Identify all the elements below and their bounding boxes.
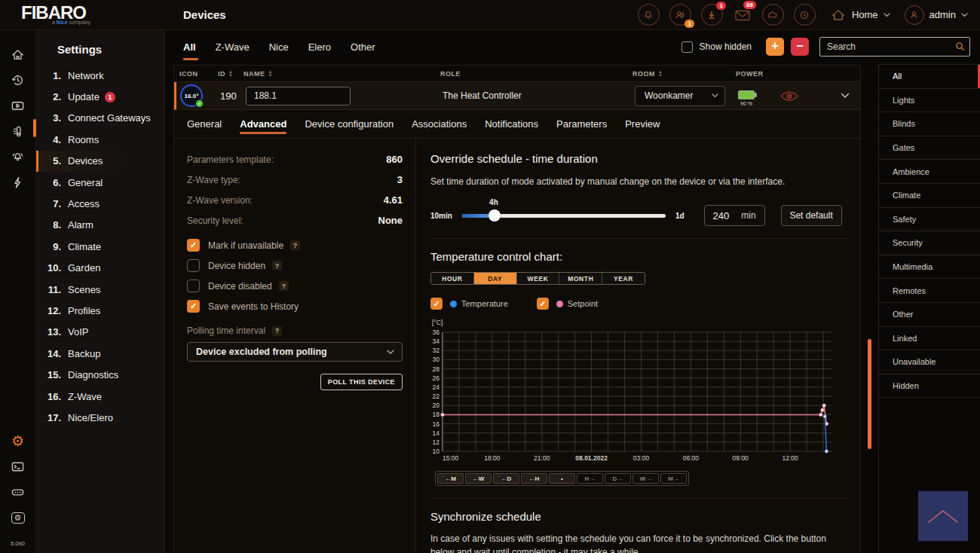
chart-nav-d[interactable]: D→ xyxy=(605,473,631,484)
chart-nav-h[interactable]: H→ xyxy=(577,473,603,484)
settings-item-diagnostics[interactable]: 15.Diagnostics xyxy=(36,364,164,385)
console-icon[interactable] xyxy=(11,459,26,474)
device-tab-parameters[interactable]: Parameters xyxy=(556,110,607,138)
device-tab-advanced[interactable]: Advanced xyxy=(240,110,286,138)
home-selector[interactable]: Home xyxy=(830,8,890,23)
chart-nav-m[interactable]: ←M xyxy=(437,473,464,484)
chart-nav-m[interactable]: M→ xyxy=(660,473,687,484)
user-menu[interactable]: admin xyxy=(905,5,968,25)
option-device-hidden[interactable]: Device hidden? xyxy=(187,259,403,272)
settings-item-connect-gateways[interactable]: 3.Connect Gateways xyxy=(36,108,164,129)
range-button-week[interactable]: WEEK xyxy=(516,273,559,284)
device-tab-general[interactable]: General xyxy=(187,110,222,138)
help-icon[interactable]: ? xyxy=(290,240,300,250)
category-multimedia[interactable]: Multimedia xyxy=(879,255,980,280)
messages-icon[interactable]: 88 xyxy=(733,4,752,26)
range-button-year[interactable]: YEAR xyxy=(602,273,645,284)
settings-item-z-wave[interactable]: 16.Z-Wave xyxy=(36,386,164,407)
eye-visibility-icon[interactable] xyxy=(780,90,798,102)
checkbox[interactable]: ✓ xyxy=(187,300,200,313)
network-icon[interactable] xyxy=(11,484,26,500)
legend-item-temperature[interactable]: ✓Temperature xyxy=(430,298,508,310)
checkbox[interactable] xyxy=(187,259,200,272)
checkbox[interactable]: ✓ xyxy=(537,298,549,310)
category-ambience[interactable]: Ambience xyxy=(879,160,980,184)
checkbox[interactable]: ✓ xyxy=(187,239,200,252)
filter-tab-other[interactable]: Other xyxy=(351,41,375,53)
help-icon[interactable]: ? xyxy=(272,261,282,270)
range-button-month[interactable]: MONTH xyxy=(559,273,602,284)
range-button-hour[interactable]: HOUR xyxy=(431,273,473,284)
settings-item-update[interactable]: 2.Update1 xyxy=(36,86,164,107)
device-row[interactable]: 16.0° ✓ 190 The Heat Controller Woonkame… xyxy=(174,82,860,110)
settings-item-alarm[interactable]: 8.Alarm xyxy=(36,215,164,236)
filter-tab-nice[interactable]: Nice xyxy=(269,41,289,53)
category-climate[interactable]: Climate xyxy=(879,184,980,208)
search-input[interactable] xyxy=(819,37,970,57)
settings-item-profiles[interactable]: 12.Profiles xyxy=(36,300,164,321)
users-icon[interactable]: 1 xyxy=(669,4,691,26)
settings-item-backup[interactable]: 14.Backup xyxy=(36,343,164,364)
filter-tab-all[interactable]: All xyxy=(183,41,196,53)
chart-nav-d[interactable]: ←D xyxy=(493,473,519,484)
settings-item-climate[interactable]: 9.Climate xyxy=(36,236,164,257)
filter-tab-z-wave[interactable]: Z-Wave xyxy=(216,41,250,53)
settings-item-rooms[interactable]: 4.Rooms xyxy=(36,129,164,150)
fibaro-logo[interactable]: FIBARO a Nice company xyxy=(0,5,165,25)
category-lights[interactable]: Lights xyxy=(879,89,980,113)
category-linked[interactable]: Linked xyxy=(879,327,980,351)
chart-nav-w[interactable]: W→ xyxy=(632,473,659,484)
polling-interval-select[interactable]: Device excluded from polling xyxy=(187,342,403,362)
device-tab-device-configuration[interactable]: Device configuration xyxy=(305,110,394,138)
category-security[interactable]: Security xyxy=(879,231,980,255)
scroll-to-top-button[interactable] xyxy=(918,491,968,541)
media-icon[interactable] xyxy=(11,98,26,113)
add-device-button[interactable]: + xyxy=(766,38,784,56)
checkbox[interactable]: ✓ xyxy=(430,298,443,310)
category-hidden[interactable]: Hidden xyxy=(879,374,980,399)
category-blinds[interactable]: Blinds xyxy=(879,112,980,136)
set-default-button[interactable]: Set default xyxy=(781,205,842,226)
energy-icon[interactable] xyxy=(11,175,26,190)
alarm-icon[interactable] xyxy=(11,149,26,164)
range-button-day[interactable]: DAY xyxy=(473,273,516,284)
column-header-room[interactable]: ROOM▲▼ xyxy=(632,70,736,78)
room-select[interactable]: Woonkamer xyxy=(635,86,725,106)
settings-item-general[interactable]: 6.General xyxy=(36,172,164,193)
settings-item-devices[interactable]: 5.Devices xyxy=(36,151,164,172)
option-save-events-to-history[interactable]: ✓Save events to History xyxy=(187,300,403,313)
remove-device-button[interactable]: − xyxy=(791,38,809,56)
time-duration-slider[interactable]: 4h xyxy=(462,209,666,222)
column-header-id[interactable]: ID▲▼ xyxy=(218,70,243,78)
panel-scrollbar[interactable] xyxy=(868,339,871,449)
category-remotes[interactable]: Remotes xyxy=(879,279,980,303)
alarm-panel-icon[interactable] xyxy=(638,4,660,26)
settings-item-network[interactable]: 1.Network xyxy=(36,65,164,86)
poll-this-device-button[interactable]: POLL THIS DEVICE xyxy=(320,374,403,390)
slider-thumb[interactable] xyxy=(488,209,501,222)
legend-item-setpoint[interactable]: ✓Setpoint xyxy=(537,298,598,310)
device-tab-notifications[interactable]: Notifications xyxy=(485,110,538,138)
home-icon[interactable] xyxy=(11,47,26,62)
category-gates[interactable]: Gates xyxy=(879,136,980,160)
show-hidden-checkbox[interactable] xyxy=(681,41,693,53)
help-icon[interactable]: ? xyxy=(279,281,289,291)
settings-item-nice-elero[interactable]: 17.Nice/Elero xyxy=(36,407,164,428)
devices-icon[interactable] xyxy=(11,124,26,139)
duration-input[interactable]: 240 xyxy=(713,210,730,222)
expand-row-chevron-icon[interactable] xyxy=(841,93,850,99)
cloud-icon[interactable] xyxy=(762,4,784,26)
settings-item-access[interactable]: 7.Access xyxy=(36,193,164,214)
chart-nav-[interactable]: • xyxy=(549,473,575,484)
settings-item-garden[interactable]: 10.Garden xyxy=(36,258,164,279)
settings-item-scenes[interactable]: 11.Scenes xyxy=(36,279,164,300)
settings-item-voip[interactable]: 13.VoIP xyxy=(36,322,164,343)
update-download-icon[interactable]: 1 xyxy=(701,4,723,26)
option-mark-if-unavailable[interactable]: ✓Mark if unavailable? xyxy=(187,239,403,252)
device-name-input[interactable] xyxy=(246,87,351,105)
category-all[interactable]: All xyxy=(879,65,980,89)
history-icon[interactable] xyxy=(11,72,26,87)
checkbox[interactable] xyxy=(187,280,200,292)
filter-tab-elero[interactable]: Elero xyxy=(308,41,331,53)
category-unavailable[interactable]: Unavailable xyxy=(879,350,980,374)
